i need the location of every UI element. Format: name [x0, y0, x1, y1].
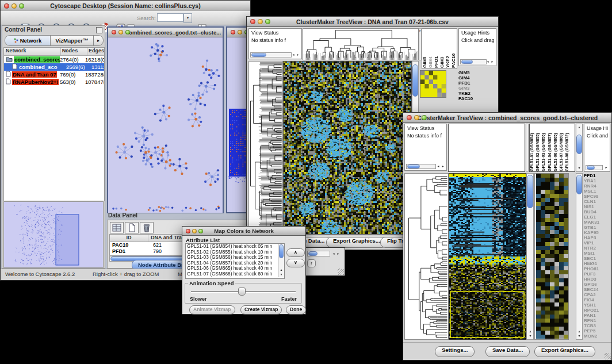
col-edges[interactable]: Edges — [87, 48, 104, 55]
network-name-cell[interactable]: combined_scores — [4, 56, 60, 63]
fragment-button[interactable]: r — [307, 259, 316, 267]
scroll-down-icon[interactable]: ▾ — [577, 334, 582, 338]
save-data-button[interactable]: Save Data... — [485, 346, 530, 357]
zoom-window-icon[interactable] — [198, 229, 203, 233]
window-controls[interactable] — [4, 1, 24, 11]
scroll-up-icon[interactable]: ▴ — [528, 329, 533, 334]
animate-vizmap-button[interactable]: Animate Vizmap — [189, 305, 235, 315]
main-titlebar[interactable]: Cytoscape Desktop (Session Name: collins… — [1, 1, 250, 12]
export-graphics-button[interactable]: Export Graphics... — [534, 346, 595, 357]
zoom-heatmap[interactable] — [534, 173, 569, 340]
gene-list-scrollbar[interactable]: ▴ ▾ — [576, 173, 583, 340]
heatmap[interactable] — [449, 173, 526, 340]
network-tree-row[interactable]: DNA and Tran 07769(0)183728(0) — [4, 71, 104, 78]
column-labels-scrollbar[interactable]: ▴ ▾ — [576, 124, 583, 172]
scroll-up-icon[interactable]: ▴ — [577, 329, 582, 334]
scroll-left-icon[interactable]: ◂ — [331, 252, 336, 256]
column-label: GIM5 — [422, 30, 428, 68]
gene-label: ELG1 — [584, 214, 610, 220]
attribute-list[interactable]: GPL51-01 (GSM854) heat shock 05 minGPL51… — [185, 243, 285, 279]
column-dendrogram[interactable] — [303, 28, 419, 60]
scroll-down-icon[interactable]: ▾ — [528, 334, 533, 338]
minimize-icon[interactable] — [192, 229, 197, 233]
row-dendrogram[interactable] — [248, 61, 283, 235]
close-icon[interactable] — [407, 115, 412, 120]
scroll-up-icon[interactable]: ▴ — [279, 268, 284, 272]
close-icon[interactable] — [112, 30, 116, 35]
zoom-window-icon[interactable] — [265, 19, 270, 24]
scroll-up-icon[interactable]: ▴ — [577, 125, 582, 129]
done-button[interactable]: Done — [286, 305, 306, 315]
resize-grip-icon[interactable] — [338, 269, 344, 275]
gene-label: SEC24 — [584, 287, 610, 292]
scroll-right-icon[interactable]: ▸ — [441, 164, 445, 168]
attribute-list-item[interactable]: GPL51-07 (GSM868) heat shock 60 min — [186, 271, 284, 277]
column-label: YKE2 — [445, 30, 451, 68]
network-canvas-2[interactable] — [227, 37, 248, 213]
speed-slider-thumb[interactable] — [238, 288, 246, 296]
view-status-scrollbar[interactable] — [406, 164, 436, 169]
trash-icon[interactable] — [140, 222, 154, 233]
export-graphics-button[interactable]: Export Graphics... — [326, 237, 387, 248]
network-tree-row[interactable]: RNAPuberNov2+!563(0)107847(0) — [4, 78, 104, 86]
gene-label: PAC10 — [458, 96, 495, 101]
network-name-cell[interactable]: RNAPuberNov2+! — [4, 78, 60, 86]
attribute-list-scrollbar[interactable]: ▴ ▾ — [278, 244, 284, 277]
zoom-window-icon[interactable] — [422, 115, 427, 120]
network-overview-thumbnail[interactable] — [3, 201, 104, 268]
network-table-header[interactable]: Network Nodes Edges — [4, 48, 104, 56]
settings-button[interactable]: Settings... — [435, 346, 475, 357]
col-nodes[interactable]: Nodes — [61, 48, 87, 55]
minimize-icon[interactable] — [118, 30, 123, 35]
row-dendrogram[interactable] — [404, 173, 449, 340]
zoom-window-icon[interactable] — [125, 30, 130, 35]
scroll-right-icon[interactable]: ▸ — [604, 166, 609, 170]
scroll-right-icon[interactable]: ▸ — [490, 60, 495, 64]
network-name-cell[interactable]: DNA and Tran 07 — [4, 71, 60, 78]
scroll-left-icon[interactable]: ◂ — [485, 60, 490, 64]
pan-strip[interactable] — [526, 124, 529, 172]
tab-vizmapper[interactable]: VizMapper™ — [51, 36, 94, 45]
scroll-left-icon[interactable]: ◂ — [291, 53, 296, 57]
scroll-left-icon[interactable]: ◂ — [436, 164, 441, 168]
minimize-icon[interactable] — [258, 19, 263, 24]
network-tree-row[interactable]: combined_sco2569(6)13112(15) — [4, 63, 104, 71]
tab-overflow-button[interactable]: ▸ — [94, 36, 103, 45]
gene-label: GIM5 — [458, 70, 495, 75]
close-icon[interactable] — [250, 19, 255, 24]
cluster-thumbnail[interactable] — [420, 70, 446, 98]
heatmap[interactable] — [283, 61, 412, 235]
resize-grip-icon[interactable] — [605, 353, 611, 359]
view-status-scrollbar[interactable] — [250, 52, 292, 58]
scroll-down-icon[interactable]: ▾ — [577, 166, 582, 170]
new-document-icon[interactable] — [125, 222, 139, 233]
create-vizmap-button[interactable]: Create Vizmap — [240, 305, 282, 315]
close-icon[interactable] — [4, 3, 9, 9]
minimize-icon[interactable] — [414, 115, 419, 120]
tab-network[interactable]: Network — [5, 36, 51, 45]
usage-hints-scrollbar[interactable] — [460, 59, 487, 64]
zoom-window-icon[interactable] — [19, 3, 24, 9]
float-panel-icon[interactable] — [96, 27, 102, 33]
id-column-header[interactable]: ID — [110, 235, 148, 242]
minimize-icon[interactable] — [238, 30, 242, 35]
network-tree-row[interactable]: combined_scores2764(0)16218(0) — [4, 56, 104, 63]
table-icon[interactable] — [110, 222, 124, 233]
network-name-cell[interactable]: combined_sco — [4, 63, 66, 71]
scroll-down-icon[interactable]: ▾ — [279, 273, 284, 277]
close-icon[interactable] — [186, 229, 190, 233]
heatmap-vscrollbar[interactable]: ▴ ▾ — [526, 173, 534, 340]
close-icon[interactable] — [231, 30, 235, 35]
scroll-right-icon[interactable]: ▸ — [296, 53, 300, 57]
search-dropdown-icon[interactable]: ▾ — [183, 13, 192, 23]
fragment-scrollbar[interactable] — [307, 251, 330, 256]
move-down-button[interactable]: ∨ — [286, 259, 305, 267]
col-network[interactable]: Network — [4, 48, 61, 55]
scroll-right-icon[interactable]: ▸ — [336, 252, 341, 256]
minimize-icon[interactable] — [12, 3, 17, 9]
move-up-button[interactable]: ∧ — [286, 248, 305, 257]
view-status-label: View Status — [405, 124, 446, 132]
network-canvas[interactable] — [108, 37, 223, 213]
usage-hints-scrollbar[interactable] — [586, 165, 603, 170]
search-input[interactable] — [157, 13, 183, 22]
